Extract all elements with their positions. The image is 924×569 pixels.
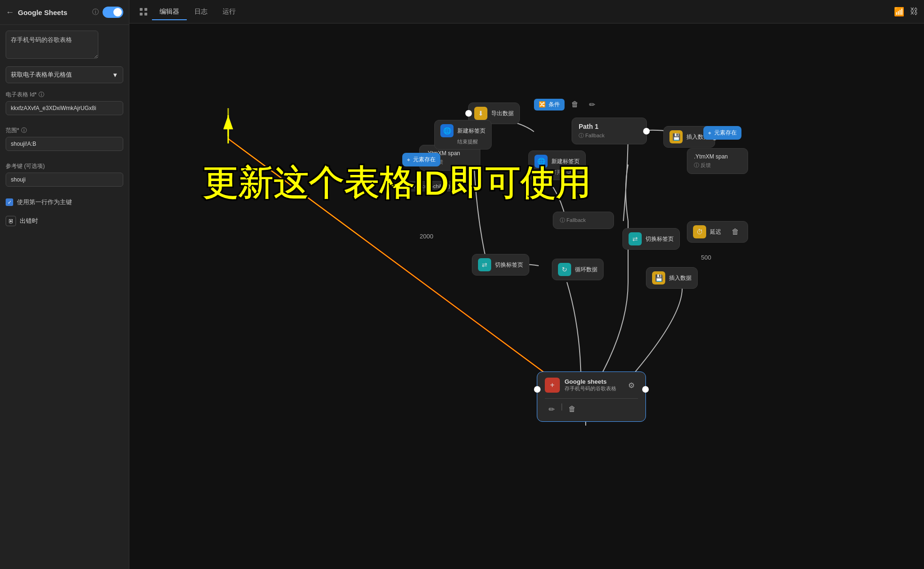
checkbox-row: ✓ 使用第一行作为主键 <box>6 198 123 206</box>
spreadsheet-id-group: 电子表格 Id* ⓘ <box>6 91 123 121</box>
range-info-icon[interactable]: ⓘ <box>21 126 27 134</box>
node-delay[interactable]: ⏱ 延迟 🗑 <box>687 221 748 243</box>
export-data-label: 导出数据 <box>491 110 514 118</box>
info-icon-fallback2: ⓘ <box>560 217 565 223</box>
delay-delete-btn[interactable]: 🗑 <box>729 225 742 238</box>
new-tab-1-title: 新建标签页 <box>457 127 486 135</box>
gs-delete-btn[interactable]: 🗑 <box>566 403 579 416</box>
spreadsheet-id-info-icon[interactable]: ⓘ <box>39 91 44 99</box>
canvas-nth-child-label: canvas:nth-child(3) <box>402 181 454 191</box>
wifi-icon[interactable]: 📶 <box>894 7 904 17</box>
condition-edit-btn[interactable]: ✏ <box>585 98 598 111</box>
sidebar: ← Google Sheets ⓘ 存手机号码的谷歌表格 获取电子表格单元格值 … <box>0 0 129 569</box>
delay-label: 延迟 <box>710 228 721 236</box>
svg-rect-3 <box>144 13 147 16</box>
canvas-area[interactable]: 更新这个表格ID即可使用 ⬇ 导出数据 🔀 条件 🗑 ✏ Path 1 ⓘ Fa… <box>129 24 924 569</box>
element-exist-1-label: 元素存在 <box>714 129 737 137</box>
shield-icon: ⛨ <box>6 216 16 226</box>
condition-actions: 🗑 ✏ <box>568 98 598 111</box>
switch-icon-2: ⇄ <box>629 232 642 245</box>
gs-node-actions: ✏ | 🗑 <box>545 398 638 416</box>
ytmxm-card-2[interactable]: .YtmXM span ⓘ 反馈 <box>687 148 748 174</box>
gs-right-connector <box>642 386 649 393</box>
error-button[interactable]: ⛨ 出错时 <box>6 214 38 228</box>
new-tab-1-subtitle: 结束提醒 <box>440 138 478 145</box>
description-input[interactable]: 存手机号码的谷歌表格 <box>6 31 98 59</box>
range-group: 范围* ⓘ <box>6 126 123 157</box>
node-google-sheets[interactable]: + Google sheets 存手机号码的谷歌表格 ⚙ ✏ | 🗑 <box>537 371 646 422</box>
action-select[interactable]: 获取电子表格单元格值 ▼ <box>6 66 123 83</box>
node-new-tab-2[interactable]: 🌐 新建标签页 打开会话 <box>528 150 586 180</box>
path-card[interactable]: Path 1 ⓘ Fallback <box>572 118 647 144</box>
newtab-icon-1: 🌐 <box>440 124 454 137</box>
ytmxm-span-2: .YtmXM span <box>694 153 741 160</box>
path-right-connector <box>643 128 650 134</box>
path-card-2[interactable]: ⓘ Fallback <box>553 212 614 229</box>
gs-icon: + <box>545 378 560 393</box>
top-bar: 编辑器 日志 运行 📶 ⛓ <box>129 0 924 24</box>
switch-tab-2-label: 切换标签页 <box>645 235 674 243</box>
chevron-down-icon: ▼ <box>112 71 118 79</box>
app-title: Google Sheets <box>18 8 88 16</box>
gs-edit-btn[interactable]: ✏ <box>545 403 558 416</box>
spreadsheet-id-input[interactable] <box>6 101 123 115</box>
checkbox-label: 使用第一行作为主键 <box>17 198 72 206</box>
top-right-icons: 📶 ⛓ <box>894 7 918 17</box>
range-label: 范围* ⓘ <box>6 126 123 134</box>
main-area: 编辑器 日志 运行 📶 ⛓ <box>129 0 924 569</box>
newtab-icon-2: 🌐 <box>534 155 548 168</box>
number-500: 500 <box>701 254 711 261</box>
new-tab-2-subtitle: 打开会话 <box>534 169 572 176</box>
export-icon: ⬇ <box>474 107 487 120</box>
svg-rect-1 <box>144 8 147 11</box>
range-input[interactable] <box>6 137 123 151</box>
checkbox-use-first-row[interactable]: ✓ <box>6 198 13 206</box>
gs-settings-btn[interactable]: ⚙ <box>625 379 638 392</box>
insert-data-2-label: 插入数据 <box>669 274 692 282</box>
condition-icon: 🔀 <box>539 101 546 108</box>
switch-tab-1-label: 切换标签页 <box>495 261 523 269</box>
node-switch-tab-2[interactable]: ⇄ 切换标签页 <box>622 228 680 250</box>
element-exist-1-node[interactable]: ⌖ 元素存在 <box>703 126 741 140</box>
condition-label: 条件 <box>549 101 560 109</box>
crosshair-icon-1: ⌖ <box>708 130 711 136</box>
node-insert-data-2[interactable]: 💾 插入数据 <box>646 267 698 289</box>
tab-editor[interactable]: 编辑器 <box>152 4 187 20</box>
condition-delete-btn[interactable]: 🗑 <box>568 98 581 111</box>
key-input[interactable] <box>6 173 123 187</box>
element-exist-2-node[interactable]: ⌖ 元素存在 <box>402 153 440 166</box>
export-left-connector <box>465 110 472 117</box>
insert-icon-1: 💾 <box>669 130 683 143</box>
svg-rect-0 <box>140 8 143 11</box>
svg-rect-2 <box>140 13 143 16</box>
feedback-2: ⓘ 反馈 <box>694 162 741 169</box>
info-icon-small: ⓘ <box>579 133 584 138</box>
switch-icon-1: ⇄ <box>478 258 491 271</box>
condition-badge[interactable]: 🔀 条件 <box>534 99 565 111</box>
loop-data-label: 循环数据 <box>575 266 597 274</box>
grid-icon-button[interactable] <box>135 3 152 20</box>
node-loop-data[interactable]: ↻ 循环数据 <box>552 259 604 280</box>
info-icon-feedback-2: ⓘ <box>694 162 699 168</box>
toggle-switch[interactable] <box>103 7 123 18</box>
condition-area: 🔀 条件 🗑 ✏ <box>534 98 598 111</box>
link-icon[interactable]: ⛓ <box>910 7 918 16</box>
number-2000: 2000 <box>420 233 433 240</box>
path2-fallback: ⓘ Fallback <box>560 217 607 224</box>
gs-left-connector <box>534 386 541 393</box>
gs-node-title: Google sheets <box>565 378 616 385</box>
sidebar-body: 存手机号码的谷歌表格 获取电子表格单元格值 ▼ 电子表格 Id* ⓘ 范围* ⓘ… <box>0 25 129 569</box>
error-btn-label: 出错时 <box>20 217 38 225</box>
crosshair-icon-2: ⌖ <box>407 157 410 163</box>
spreadsheet-id-label: 电子表格 Id* ⓘ <box>6 91 123 99</box>
tab-run[interactable]: 运行 <box>215 4 243 20</box>
element-exist-2-label: 元素存在 <box>413 156 436 164</box>
back-button[interactable]: ← <box>6 8 14 17</box>
tab-log[interactable]: 日志 <box>187 4 215 20</box>
path-fallback: ⓘ Fallback <box>579 132 640 139</box>
insert-icon-2: 💾 <box>652 271 665 284</box>
node-switch-tab-1[interactable]: ⇄ 切换标签页 <box>472 254 529 276</box>
node-new-tab-1[interactable]: 🌐 新建标签页 结束提醒 <box>434 120 492 150</box>
info-icon[interactable]: ⓘ <box>92 8 99 16</box>
key-group: 参考键 (可选项) <box>6 162 123 192</box>
